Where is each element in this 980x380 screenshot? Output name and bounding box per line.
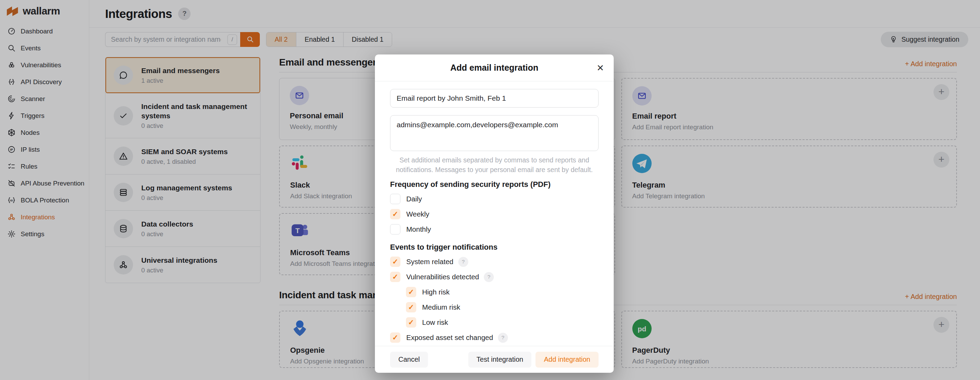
checkbox-high-risk[interactable]: High risk [406,287,598,297]
emails-helper-text: Set additional emails separated by comma… [390,155,598,174]
checkbox-system-related[interactable]: System related [390,257,598,267]
checkbox-weekly[interactable]: Weekly [390,209,598,219]
help-icon[interactable] [458,257,468,267]
checkbox-unchecked-icon[interactable] [390,224,401,235]
checkbox-checked-icon[interactable] [390,332,401,343]
checkbox-checked-icon[interactable] [390,272,401,282]
checkbox-low-risk[interactable]: Low risk [406,317,598,327]
test-integration-button[interactable]: Test integration [468,352,532,367]
add-email-integration-modal: Add email integration admins@example.com… [375,54,614,373]
checkbox-checked-icon[interactable] [390,257,401,267]
integration-name-input[interactable] [390,89,598,108]
checkbox-medium-risk[interactable]: Medium risk [406,302,598,312]
checkbox-exposed-asset-set-changed[interactable]: Exposed asset set changed [390,332,598,343]
additional-emails-textarea[interactable]: admins@example.com,developers@example.co… [390,115,598,151]
checkbox-checked-icon[interactable] [406,302,416,312]
close-icon[interactable] [597,64,604,72]
checkbox-checked-icon[interactable] [406,317,416,327]
modal-body: admins@example.com,developers@example.co… [375,89,614,343]
help-icon[interactable] [484,272,494,282]
checkbox-daily[interactable]: Daily [390,194,598,204]
checkbox-checked-icon[interactable] [406,287,416,297]
checkbox-checked-icon[interactable] [390,209,401,219]
checkbox-vulnerabilities-detected[interactable]: Vulnerabilities detected [390,272,598,282]
cancel-button[interactable]: Cancel [390,352,428,367]
modal-header: Add email integration [375,54,614,81]
integrations-page: wallarm Dashboard Events Vulnerabilities… [0,0,980,380]
events-heading: Events to trigger notifications [390,243,598,252]
frequency-heading: Frequency of sending security reports (P… [390,180,598,189]
help-icon[interactable] [498,333,508,343]
modal-footer: Cancel Test integration Add integration [375,346,614,373]
checkbox-unchecked-icon[interactable] [390,194,401,204]
checkbox-monthly[interactable]: Monthly [390,224,598,235]
add-integration-button[interactable]: Add integration [536,352,598,367]
modal-title: Add email integration [450,63,539,73]
